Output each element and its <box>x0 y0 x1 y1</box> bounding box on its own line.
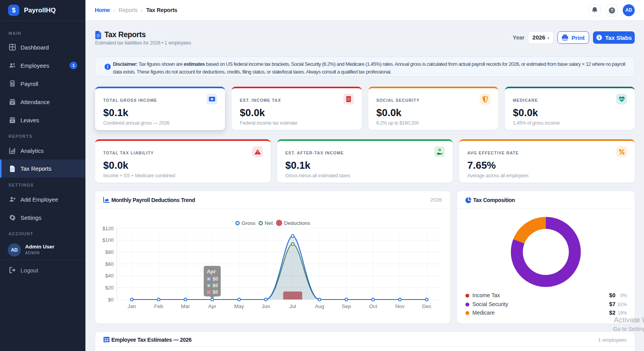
svg-text:Nov: Nov <box>395 303 405 309</box>
svg-text:$120: $120 <box>102 226 114 231</box>
svg-text:Aug: Aug <box>315 303 324 309</box>
svg-text:$60: $60 <box>105 261 114 267</box>
svg-text:Jun: Jun <box>262 303 270 309</box>
svg-text:$: $ <box>439 149 440 151</box>
svg-text:$0: $0 <box>108 297 114 303</box>
svg-text:$100: $100 <box>102 237 114 243</box>
svg-text:Jan: Jan <box>128 303 136 309</box>
svg-text:$20: $20 <box>105 285 114 291</box>
svg-text:Dec: Dec <box>422 303 431 309</box>
svg-text:Jul: Jul <box>290 303 296 309</box>
svg-text:Apr: Apr <box>208 303 217 309</box>
svg-text:May: May <box>234 303 244 309</box>
svg-text:Mar: Mar <box>181 303 190 309</box>
svg-text:$80: $80 <box>105 249 114 255</box>
svg-text:Feb: Feb <box>154 303 163 309</box>
svg-text:Sep: Sep <box>342 303 351 309</box>
svg-text:Oct: Oct <box>369 303 377 309</box>
svg-text:$40: $40 <box>105 273 114 279</box>
svg-text:?: ? <box>610 8 613 12</box>
